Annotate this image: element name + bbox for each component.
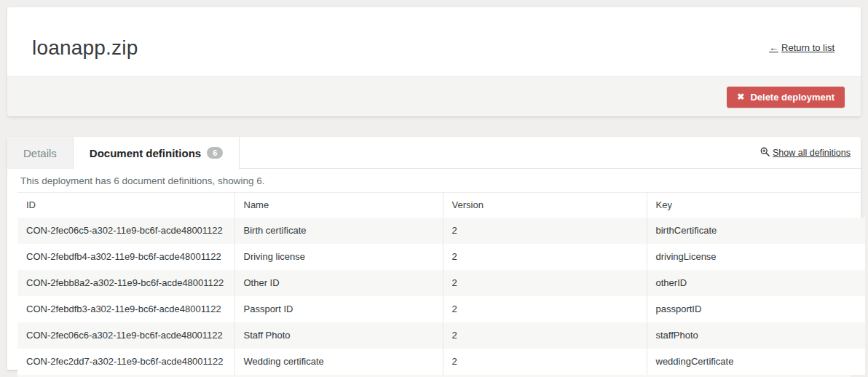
table-row: CON-2febdfb4-a302-11e9-bc6f-acde48001122… (17, 244, 865, 270)
cell-version: 2 (443, 244, 647, 270)
table-row: CON-2fec06c6-a302-11e9-bc6f-acde48001122… (17, 322, 865, 349)
cell-id: CON-2fec06c6-a302-11e9-bc6f-acde48001122 (17, 322, 234, 349)
column-header-id: ID (17, 193, 234, 218)
cell-key: otherID (647, 270, 865, 296)
return-to-list-link[interactable]: ←Return to list (769, 42, 835, 53)
page-title: loanapp.zip (32, 36, 138, 60)
cell-name: Other ID (234, 270, 443, 296)
cell-name: Passport ID (234, 296, 443, 322)
page: loanapp.zip ←Return to list ✖ Delete dep… (0, 0, 868, 377)
tab-strip: Details Document definitions 6 Show all … (7, 137, 861, 169)
column-header-version: Version (443, 193, 647, 218)
cell-id: CON-2febb8a2-a302-11e9-bc6f-acde48001122 (17, 270, 234, 296)
definitions-summary-text: This deployment has 6 document definitio… (7, 169, 861, 192)
cell-key: drivingLicense (647, 244, 865, 270)
tab-document-definitions-label: Document definitions (90, 147, 201, 159)
header-top: loanapp.zip ←Return to list (7, 7, 861, 76)
cell-key: birthCertificate (647, 218, 865, 244)
table-row: CON-2fec2dd7-a302-11e9-bc6f-acde48001122… (17, 349, 865, 375)
definitions-table: IDNameVersionKey CON-2fec06c5-a302-11e9-… (17, 192, 865, 375)
column-header-key: Key (647, 193, 865, 218)
tab-strip-spacer (240, 137, 760, 168)
cell-version: 2 (443, 349, 647, 375)
cell-key: staffPhoto (647, 322, 865, 349)
cell-version: 2 (443, 296, 647, 322)
cell-name: Staff Photo (234, 322, 443, 349)
cell-name: Driving license (234, 244, 443, 270)
header-action-bar: ✖ Delete deployment (7, 76, 861, 116)
table-row: CON-2fec06c5-a302-11e9-bc6f-acde48001122… (17, 218, 865, 244)
cell-id: CON-2febdfb3-a302-11e9-bc6f-acde48001122 (17, 296, 234, 322)
table-bottom-sliver (17, 375, 851, 377)
delete-deployment-button[interactable]: ✖ Delete deployment (727, 87, 845, 108)
table-row: CON-2febdfb3-a302-11e9-bc6f-acde48001122… (17, 296, 865, 322)
cell-id: CON-2fec06c5-a302-11e9-bc6f-acde48001122 (17, 218, 234, 244)
cell-version: 2 (443, 218, 647, 244)
cell-id: CON-2febdfb4-a302-11e9-bc6f-acde48001122 (17, 244, 234, 270)
left-arrow-icon: ← (769, 42, 778, 53)
column-header-name: Name (234, 193, 443, 218)
cell-name: Birth certificate (234, 218, 443, 244)
cell-name: Wedding certificate (234, 349, 443, 375)
cell-key: weddingCertificate (647, 349, 865, 375)
tab-details-label: Details (23, 147, 57, 159)
cell-version: 2 (443, 270, 647, 296)
cell-key: passportID (647, 296, 865, 322)
show-all-definitions-label: Show all definitions (773, 148, 851, 158)
tab-details[interactable]: Details (7, 137, 74, 169)
deployment-header-card: loanapp.zip ←Return to list ✖ Delete dep… (7, 7, 861, 116)
cell-id: CON-2fec2dd7-a302-11e9-bc6f-acde48001122 (17, 349, 234, 375)
show-all-definitions-link[interactable]: Show all definitions (760, 147, 851, 159)
definitions-table-wrap: IDNameVersionKey CON-2fec06c5-a302-11e9-… (7, 192, 861, 377)
deployment-detail-panel: Details Document definitions 6 Show all … (7, 137, 861, 370)
table-row: CON-2febb8a2-a302-11e9-bc6f-acde48001122… (17, 270, 865, 296)
return-to-list-label: Return to list (781, 42, 835, 53)
magnifier-zoom-icon (760, 147, 770, 159)
cell-version: 2 (443, 322, 647, 349)
document-count-badge: 6 (207, 147, 223, 159)
delete-x-icon: ✖ (737, 92, 744, 102)
delete-deployment-label: Delete deployment (750, 92, 835, 103)
table-header-row: IDNameVersionKey (17, 193, 865, 218)
tab-document-definitions[interactable]: Document definitions 6 (74, 137, 240, 169)
